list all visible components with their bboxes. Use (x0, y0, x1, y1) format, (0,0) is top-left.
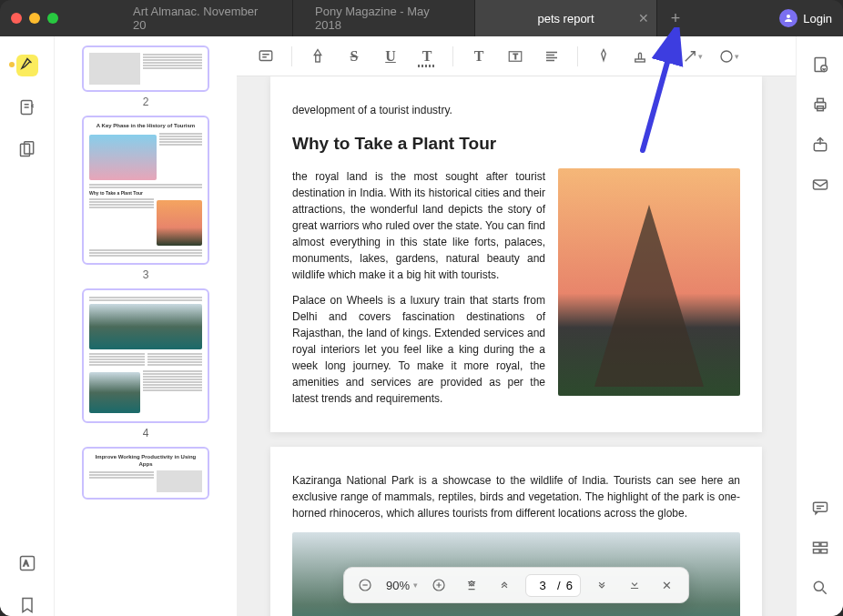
svg-rect-23 (820, 542, 827, 546)
window-controls (11, 13, 58, 24)
svg-point-26 (814, 581, 823, 591)
next-page-button[interactable] (590, 573, 614, 597)
search-icon[interactable] (810, 578, 830, 598)
svg-text:A: A (23, 559, 28, 568)
login-button[interactable]: Login (779, 9, 832, 27)
svg-rect-20 (813, 180, 827, 189)
share-icon[interactable] (810, 135, 830, 155)
properties-icon[interactable] (810, 538, 830, 558)
annotation-toolbar: S U T T T ▾ ▾ (237, 36, 796, 76)
eiffel-tower-image (558, 168, 740, 396)
page-input-group: / 6 (525, 574, 581, 597)
thumbnail-page-3[interactable]: A Key Phase in the History of Tourism Wh… (82, 116, 209, 281)
bookmark-icon[interactable] (16, 594, 38, 616)
thumbnail-panel: 2 A Key Phase in the History of Tourism … (55, 36, 237, 616)
prev-page-button[interactable] (493, 573, 516, 597)
tab-pony-magazine[interactable]: Pony Magazine - May 2018 (293, 0, 475, 36)
highlight-tool-icon[interactable] (303, 42, 332, 71)
ocr-icon[interactable]: A (16, 552, 38, 574)
svg-text:T: T (513, 53, 518, 61)
squiggly-tool-icon[interactable]: T (412, 42, 442, 71)
arrow-tool-icon[interactable]: ▾ (677, 42, 706, 71)
main-area: S U T T T ▾ ▾ development of a tourist i… (237, 36, 796, 616)
print-icon[interactable] (810, 95, 830, 115)
thumbnail-page-5[interactable]: Improve Working Productivity in Using Ap… (82, 447, 209, 500)
textbox-tool-icon[interactable]: T (501, 42, 530, 71)
page-navigator: 90%▾ / 6 ✕ (343, 567, 689, 603)
page-number: 4 (143, 427, 149, 439)
page-heading: Why to Take a Plant Tour (292, 131, 740, 157)
documents-icon[interactable] (16, 138, 38, 160)
svg-rect-10 (635, 59, 645, 62)
total-pages: 6 (566, 579, 573, 592)
thumb-title: Improve Working Productivity in Using Ap… (89, 454, 202, 469)
zoom-out-button[interactable] (353, 573, 377, 597)
page-number: 3 (143, 268, 149, 281)
mail-icon[interactable] (810, 175, 830, 195)
strikethrough-tool-icon[interactable]: S (340, 42, 369, 71)
svg-point-0 (787, 15, 790, 18)
maximize-window-button[interactable] (47, 13, 58, 24)
svg-point-11 (721, 51, 732, 62)
note-tool-icon[interactable] (251, 42, 280, 71)
tab-pets-report[interactable]: pets report ✕ (475, 0, 657, 36)
page-separator: / (557, 579, 561, 592)
tab-label: Pony Magazine - May 2018 (315, 5, 452, 32)
svg-rect-22 (813, 542, 819, 546)
first-page-button[interactable] (460, 573, 483, 597)
new-tab-button[interactable]: + (657, 0, 694, 36)
svg-rect-6 (259, 51, 272, 61)
pen-tool-icon[interactable] (589, 42, 618, 71)
close-window-button[interactable] (11, 13, 22, 24)
document-page-3: development of a tourist industry. Why t… (270, 76, 762, 432)
current-page-input[interactable] (533, 579, 552, 592)
stamp-tool-icon[interactable] (625, 42, 655, 71)
underline-tool-icon[interactable]: U (376, 42, 405, 71)
thumb-subtitle: Why to Take a Plant Tour (89, 190, 202, 197)
left-sidebar: A (0, 36, 55, 616)
close-pager-button[interactable]: ✕ (655, 573, 679, 597)
highlighter-tool-icon[interactable] (16, 55, 38, 76)
document-viewport[interactable]: development of a tourist industry. Why t… (237, 76, 796, 616)
last-page-button[interactable] (623, 573, 646, 597)
svg-rect-24 (813, 550, 819, 553)
svg-rect-25 (820, 550, 827, 553)
avatar-icon (779, 9, 797, 27)
svg-rect-21 (813, 502, 827, 511)
svg-rect-17 (817, 98, 823, 102)
page-edit-icon[interactable] (810, 55, 830, 75)
comment-icon[interactable] (810, 498, 830, 518)
annotations-icon[interactable] (16, 96, 38, 118)
page-number: 2 (143, 96, 149, 108)
svg-rect-7 (316, 55, 320, 62)
intro-trail: development of a tourist industry. (292, 102, 740, 118)
paragraph-3: Kaziranga National Park is a showcase to… (292, 472, 740, 521)
right-sidebar (796, 36, 843, 616)
thumbnail-page-4[interactable]: 4 (82, 288, 209, 439)
minimize-window-button[interactable] (29, 13, 40, 24)
zoom-level[interactable]: 90%▾ (386, 579, 418, 592)
login-label: Login (803, 12, 832, 25)
tab-label: Art Almanac. November 20 (133, 5, 270, 32)
tab-art-almanac[interactable]: Art Almanac. November 20 (111, 0, 293, 36)
thumbnail-page-2[interactable]: 2 (82, 45, 209, 108)
title-bar: Art Almanac. November 20 Pony Magazine -… (0, 0, 843, 36)
close-tab-icon[interactable]: ✕ (638, 11, 649, 25)
shape-tool-icon[interactable]: ▾ (714, 42, 743, 71)
tab-bar: Art Almanac. November 20 Pony Magazine -… (111, 0, 772, 36)
thumb-title: A Key Phase in the History of Tourism (89, 123, 202, 130)
tab-label: pets report (537, 12, 594, 25)
align-tool-icon[interactable] (537, 42, 566, 71)
zoom-in-button[interactable] (427, 573, 451, 597)
text-tool-icon[interactable]: T (464, 42, 493, 71)
